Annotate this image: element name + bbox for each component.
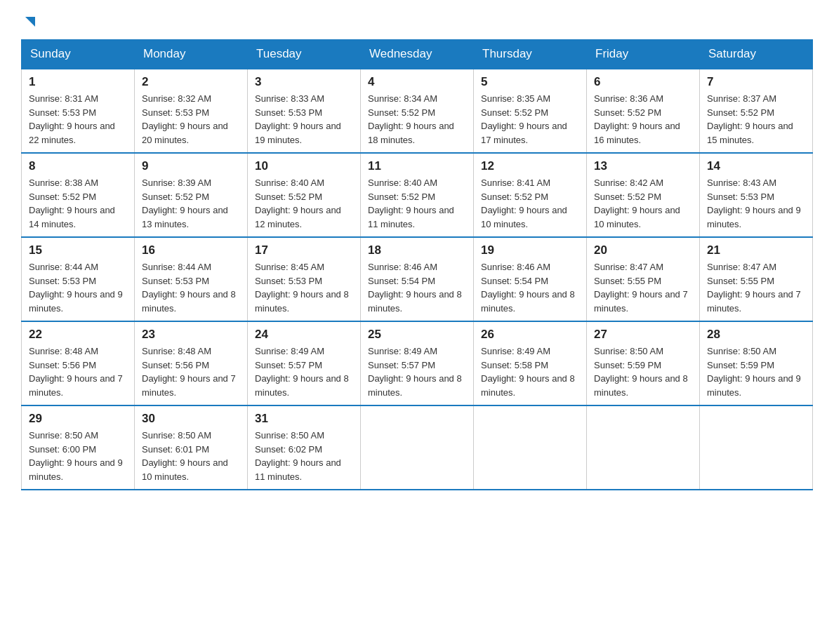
day-number: 29 [29, 412, 127, 426]
day-number: 23 [142, 328, 240, 342]
day-number: 12 [481, 159, 579, 173]
day-info: Sunrise: 8:41 AMSunset: 5:52 PMDaylight:… [481, 177, 567, 229]
calendar-cell: 17 Sunrise: 8:45 AMSunset: 5:53 PMDaylig… [248, 237, 361, 321]
weekday-header-monday: Monday [135, 40, 248, 69]
calendar-cell [700, 405, 813, 490]
day-info: Sunrise: 8:38 AMSunset: 5:52 PMDaylight:… [29, 177, 115, 229]
calendar-cell: 8 Sunrise: 8:38 AMSunset: 5:52 PMDayligh… [22, 153, 135, 237]
calendar-cell: 11 Sunrise: 8:40 AMSunset: 5:52 PMDaylig… [361, 153, 474, 237]
day-number: 5 [481, 75, 579, 89]
calendar-cell: 27 Sunrise: 8:50 AMSunset: 5:59 PMDaylig… [587, 321, 700, 405]
day-info: Sunrise: 8:50 AMSunset: 6:00 PMDaylight:… [29, 430, 123, 482]
day-number: 19 [481, 243, 579, 257]
calendar-cell: 26 Sunrise: 8:49 AMSunset: 5:58 PMDaylig… [474, 321, 587, 405]
day-info: Sunrise: 8:48 AMSunset: 5:56 PMDaylight:… [29, 346, 123, 398]
calendar-cell: 3 Sunrise: 8:33 AMSunset: 5:53 PMDayligh… [248, 69, 361, 153]
calendar-cell: 9 Sunrise: 8:39 AMSunset: 5:52 PMDayligh… [135, 153, 248, 237]
day-info: Sunrise: 8:50 AMSunset: 6:02 PMDaylight:… [255, 430, 341, 482]
calendar-cell: 31 Sunrise: 8:50 AMSunset: 6:02 PMDaylig… [248, 405, 361, 490]
day-info: Sunrise: 8:49 AMSunset: 5:57 PMDaylight:… [255, 346, 349, 398]
weekday-header-row: SundayMondayTuesdayWednesdayThursdayFrid… [22, 40, 813, 69]
day-info: Sunrise: 8:50 AMSunset: 5:59 PMDaylight:… [594, 346, 688, 398]
day-number: 20 [594, 243, 692, 257]
calendar-cell: 14 Sunrise: 8:43 AMSunset: 5:53 PMDaylig… [700, 153, 813, 237]
weekday-header-friday: Friday [587, 40, 700, 69]
logo-arrow-icon [22, 14, 38, 32]
day-info: Sunrise: 8:44 AMSunset: 5:53 PMDaylight:… [142, 262, 236, 314]
day-info: Sunrise: 8:49 AMSunset: 5:58 PMDaylight:… [481, 346, 575, 398]
calendar-cell: 29 Sunrise: 8:50 AMSunset: 6:00 PMDaylig… [22, 405, 135, 490]
calendar-cell: 15 Sunrise: 8:44 AMSunset: 5:53 PMDaylig… [22, 237, 135, 321]
day-info: Sunrise: 8:50 AMSunset: 6:01 PMDaylight:… [142, 430, 228, 482]
day-number: 21 [707, 243, 805, 257]
weekday-header-sunday: Sunday [22, 40, 135, 69]
day-number: 9 [142, 159, 240, 173]
calendar-cell: 2 Sunrise: 8:32 AMSunset: 5:53 PMDayligh… [135, 69, 248, 153]
calendar-cell: 22 Sunrise: 8:48 AMSunset: 5:56 PMDaylig… [22, 321, 135, 405]
calendar-table: SundayMondayTuesdayWednesdayThursdayFrid… [21, 39, 813, 490]
day-number: 3 [255, 75, 353, 89]
day-info: Sunrise: 8:49 AMSunset: 5:57 PMDaylight:… [368, 346, 462, 398]
day-info: Sunrise: 8:40 AMSunset: 5:52 PMDaylight:… [368, 177, 454, 229]
day-info: Sunrise: 8:50 AMSunset: 5:59 PMDaylight:… [707, 346, 801, 398]
day-number: 28 [707, 328, 805, 342]
day-number: 4 [368, 75, 466, 89]
day-number: 30 [142, 412, 240, 426]
calendar-cell: 20 Sunrise: 8:47 AMSunset: 5:55 PMDaylig… [587, 237, 700, 321]
day-number: 14 [707, 159, 805, 173]
svg-marker-0 [25, 17, 35, 27]
day-number: 17 [255, 243, 353, 257]
day-info: Sunrise: 8:46 AMSunset: 5:54 PMDaylight:… [368, 262, 462, 314]
day-info: Sunrise: 8:31 AMSunset: 5:53 PMDaylight:… [29, 93, 115, 145]
day-number: 16 [142, 243, 240, 257]
day-info: Sunrise: 8:34 AMSunset: 5:52 PMDaylight:… [368, 93, 454, 145]
day-number: 26 [481, 328, 579, 342]
day-number: 10 [255, 159, 353, 173]
day-number: 13 [594, 159, 692, 173]
day-number: 18 [368, 243, 466, 257]
day-number: 1 [29, 75, 127, 89]
calendar-cell: 6 Sunrise: 8:36 AMSunset: 5:52 PMDayligh… [587, 69, 700, 153]
day-info: Sunrise: 8:36 AMSunset: 5:52 PMDaylight:… [594, 93, 680, 145]
day-number: 24 [255, 328, 353, 342]
day-info: Sunrise: 8:46 AMSunset: 5:54 PMDaylight:… [481, 262, 575, 314]
day-info: Sunrise: 8:37 AMSunset: 5:52 PMDaylight:… [707, 93, 793, 145]
calendar-cell: 24 Sunrise: 8:49 AMSunset: 5:57 PMDaylig… [248, 321, 361, 405]
calendar-cell [361, 405, 474, 490]
calendar-cell: 21 Sunrise: 8:47 AMSunset: 5:55 PMDaylig… [700, 237, 813, 321]
calendar-cell: 18 Sunrise: 8:46 AMSunset: 5:54 PMDaylig… [361, 237, 474, 321]
calendar-cell: 23 Sunrise: 8:48 AMSunset: 5:56 PMDaylig… [135, 321, 248, 405]
day-info: Sunrise: 8:42 AMSunset: 5:52 PMDaylight:… [594, 177, 680, 229]
weekday-header-thursday: Thursday [474, 40, 587, 69]
calendar-cell: 13 Sunrise: 8:42 AMSunset: 5:52 PMDaylig… [587, 153, 700, 237]
calendar-cell: 5 Sunrise: 8:35 AMSunset: 5:52 PMDayligh… [474, 69, 587, 153]
day-number: 8 [29, 159, 127, 173]
page-header [21, 14, 813, 32]
calendar-cell: 10 Sunrise: 8:40 AMSunset: 5:52 PMDaylig… [248, 153, 361, 237]
day-info: Sunrise: 8:39 AMSunset: 5:52 PMDaylight:… [142, 177, 228, 229]
calendar-cell: 12 Sunrise: 8:41 AMSunset: 5:52 PMDaylig… [474, 153, 587, 237]
weekday-header-tuesday: Tuesday [248, 40, 361, 69]
day-number: 27 [594, 328, 692, 342]
day-number: 25 [368, 328, 466, 342]
calendar-cell: 19 Sunrise: 8:46 AMSunset: 5:54 PMDaylig… [474, 237, 587, 321]
calendar-cell: 25 Sunrise: 8:49 AMSunset: 5:57 PMDaylig… [361, 321, 474, 405]
day-number: 22 [29, 328, 127, 342]
day-info: Sunrise: 8:48 AMSunset: 5:56 PMDaylight:… [142, 346, 236, 398]
day-info: Sunrise: 8:45 AMSunset: 5:53 PMDaylight:… [255, 262, 349, 314]
calendar-week-2: 8 Sunrise: 8:38 AMSunset: 5:52 PMDayligh… [22, 153, 813, 237]
day-number: 15 [29, 243, 127, 257]
calendar-cell: 7 Sunrise: 8:37 AMSunset: 5:52 PMDayligh… [700, 69, 813, 153]
day-info: Sunrise: 8:44 AMSunset: 5:53 PMDaylight:… [29, 262, 123, 314]
day-number: 31 [255, 412, 353, 426]
day-info: Sunrise: 8:32 AMSunset: 5:53 PMDaylight:… [142, 93, 228, 145]
calendar-week-4: 22 Sunrise: 8:48 AMSunset: 5:56 PMDaylig… [22, 321, 813, 405]
day-number: 2 [142, 75, 240, 89]
calendar-cell: 28 Sunrise: 8:50 AMSunset: 5:59 PMDaylig… [700, 321, 813, 405]
calendar-cell: 4 Sunrise: 8:34 AMSunset: 5:52 PMDayligh… [361, 69, 474, 153]
calendar-week-5: 29 Sunrise: 8:50 AMSunset: 6:00 PMDaylig… [22, 405, 813, 490]
weekday-header-wednesday: Wednesday [361, 40, 474, 69]
day-number: 6 [594, 75, 692, 89]
day-number: 7 [707, 75, 805, 89]
calendar-week-1: 1 Sunrise: 8:31 AMSunset: 5:53 PMDayligh… [22, 69, 813, 153]
